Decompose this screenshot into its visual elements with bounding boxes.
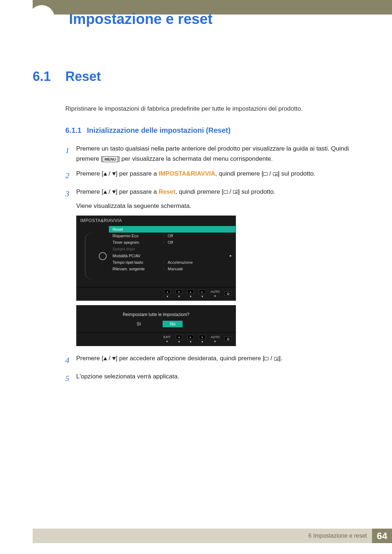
power-icon: ⏻: [225, 337, 231, 341]
up-arrow-icon: [103, 357, 107, 360]
source-icon: [264, 357, 269, 360]
highlight: Reset: [159, 188, 175, 195]
left-nav-icon: ◂: [164, 290, 171, 294]
text: ] per passare a: [116, 188, 159, 195]
up-arrow-icon: [103, 190, 107, 194]
text: ] per passare a: [116, 170, 159, 177]
auto-label: AUTO: [211, 335, 220, 339]
step-2: 2 Premere [ / ] per passare a IMPOSTA&RI…: [65, 169, 370, 182]
text: ].: [279, 355, 282, 362]
highlight: IMPOSTA&RIAVVIA: [159, 170, 215, 177]
section-name: Reset: [65, 69, 101, 84]
footer-page-number: 64: [372, 529, 392, 543]
osd-menu-list: Reset Risparmio Eco:Off Timer spegnim.:O…: [109, 225, 236, 287]
text: ] per accedere all'opzione desiderata, q…: [116, 355, 265, 362]
footer-chapter-ref: 6 Impostazione e reset: [33, 529, 372, 543]
left-nav-icon: ◂: [176, 335, 182, 339]
osd-item: Rilevam. sorgente:Manuale: [109, 266, 236, 272]
osd-item: Tempo ripet tasto:Accelerazione: [109, 259, 236, 266]
step-text: Premere un tasto qualsiasi nella parte a…: [76, 144, 370, 165]
right-nav-icon: ▸: [187, 335, 194, 339]
subsection-number: 6.1.1: [65, 126, 81, 135]
osd-item: Modalità PC/AV▸: [109, 252, 236, 259]
step-text: Premere [ / ] per passare a Reset, quind…: [76, 187, 370, 212]
osd-title: IMPOSTA&RIAVVIA: [77, 216, 236, 225]
osd-screenshot-menu: IMPOSTA&RIAVVIA Reset Risparmio Eco:Off …: [76, 216, 370, 346]
osd-item: Timer spegnim.:Off: [109, 239, 236, 246]
step-number: 4: [65, 353, 76, 367]
step-note: Viene visualizzata la seguente schermata…: [76, 201, 370, 212]
page-content: 6.1 Reset Ripristinare le impostazioni d…: [33, 69, 370, 389]
confirm-no: No: [163, 321, 183, 327]
section-intro: Ripristinare le impostazioni di fabbrica…: [65, 104, 370, 114]
osd-item-reset: Reset: [109, 226, 236, 233]
menu-key-icon: MENU: [103, 156, 118, 162]
step-text: Premere [ / ] per passare a IMPOSTA&RIAV…: [76, 169, 370, 182]
text: , quindi premere [: [215, 170, 263, 177]
confirm-question: Reimpostare tutte le impostazioni?: [77, 305, 236, 321]
text: Premere [: [76, 170, 103, 177]
gear-icon: [99, 252, 107, 260]
text: ] sul prodotto.: [238, 188, 275, 195]
section-number: 6.1: [33, 69, 62, 84]
osd-item: Risparmio Eco:Off: [109, 233, 236, 239]
text: Premere [: [76, 188, 103, 195]
subsection-heading: 6.1.1 Inizializzazione delle impostazion…: [65, 126, 370, 135]
osd-button-bar: EXIT▾ ◂▾ ▸▾ ▾▾ AUTO▾ ⏻: [77, 332, 236, 346]
up-arrow-icon: [103, 172, 107, 176]
enter-icon: [273, 172, 278, 176]
step-1: 1 Premere un tasto qualsiasi nella parte…: [65, 144, 370, 165]
page-footer: 6 Impostazione e reset 64: [33, 529, 392, 543]
chapter-title: Impostazione e reset: [33, 11, 377, 27]
section-heading: 6.1 Reset: [33, 69, 370, 84]
subsection-name: Inizializzazione delle impostazioni (Res…: [87, 126, 230, 135]
osd-item-disabled: Spegni dopo: [109, 246, 236, 252]
osd-arc-decoration: [85, 233, 92, 280]
text: Premere [: [76, 355, 103, 362]
step-number: 3: [65, 187, 76, 212]
chapter-header: Impostazione e reset: [33, 11, 377, 27]
down-arrow-icon: [112, 190, 116, 194]
step-5: 5 L'opzione selezionata verrà applicata.: [65, 372, 370, 385]
source-icon: [224, 190, 228, 194]
text: ] sul prodotto.: [278, 170, 315, 177]
step-text: L'opzione selezionata verrà applicata.: [76, 372, 370, 385]
auto-label: AUTO: [211, 290, 220, 294]
text: ] per visualizzare la schermata del menu…: [118, 155, 273, 162]
down-arrow-icon: [112, 172, 116, 176]
down-arrow-icon: [112, 357, 116, 360]
down-nav-icon: ▾: [176, 290, 182, 294]
step-4: 4 Premere [ / ] per accedere all'opzione…: [65, 353, 370, 367]
up-nav-icon: ▴: [187, 290, 194, 294]
osd-screenshot-confirm: Reimpostare tutte le impostazioni? Sì No…: [76, 305, 236, 346]
step-number: 1: [65, 144, 76, 165]
power-icon: ⏻: [225, 291, 231, 296]
osd-button-bar: ◂▾ ▾▾ ▴▾ ▸▾ AUTO▾ ⏻: [77, 287, 236, 300]
step-text: Premere [ / ] per accedere all'opzione d…: [76, 353, 370, 367]
source-icon: [263, 172, 268, 176]
right-arrow-icon: ▸: [230, 253, 232, 258]
right-nav-icon: ▸: [199, 290, 205, 294]
enter-nav-icon: ▾: [199, 335, 205, 339]
enter-icon: [233, 190, 238, 194]
text: , quindi premere [: [175, 188, 223, 195]
confirm-yes: Sì: [130, 321, 148, 327]
step-3: 3 Premere [ / ] per passare a Reset, qui…: [65, 187, 370, 212]
step-number: 2: [65, 169, 76, 182]
step-number: 5: [65, 372, 76, 385]
exit-label: EXIT: [163, 335, 171, 339]
enter-icon: [274, 357, 279, 361]
